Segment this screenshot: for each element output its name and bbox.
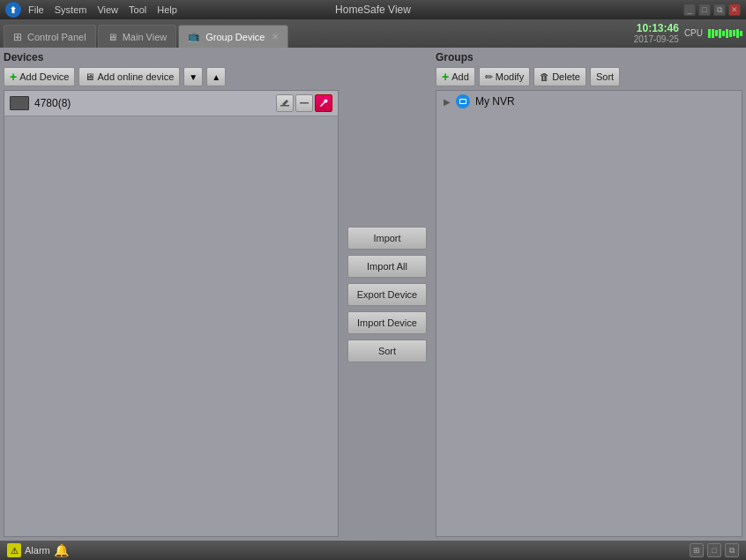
modify-group-button[interactable]: ✏ Modify (479, 67, 530, 86)
tab-list: ⊞ Control Panel 🖥 Main View 📺 Group Devi… (4, 25, 288, 48)
cpu-label: CPU (684, 28, 703, 38)
maximize-button[interactable]: □ (698, 4, 711, 16)
cpu-bar-3 (715, 30, 718, 36)
config-device-button[interactable] (315, 94, 332, 112)
control-panel-icon: ⊞ (13, 31, 22, 43)
group-device-icon: 📺 (188, 31, 200, 42)
menu-tool[interactable]: Tool (129, 4, 146, 15)
delete-group-button[interactable]: 🗑 Delete (533, 67, 586, 86)
devices-section-title: Devices (4, 51, 339, 63)
middle-buttons: Import Import All Export Device Import D… (342, 51, 432, 537)
add-group-label: Add (451, 71, 469, 82)
alarm-icon: ⚠ (7, 543, 21, 557)
minimize-button[interactable]: _ (683, 4, 696, 16)
group-expand-icon[interactable]: ▶ (444, 97, 451, 107)
import-device-button[interactable]: Import Device (347, 311, 427, 334)
down-arrow-icon: ▼ (189, 72, 198, 82)
tab-group-label: Group Device (205, 32, 265, 42)
cpu-bar-8 (733, 30, 735, 36)
monitor-icon: 🖥 (85, 71, 94, 82)
alarm-indicator: 🔔 (54, 543, 69, 557)
restore-button[interactable]: ⧉ (713, 4, 726, 16)
app-logo (5, 2, 21, 18)
add-group-plus-icon: + (442, 70, 449, 84)
time-display: 10:13:46 (634, 22, 679, 34)
tab-main-view[interactable]: 🖥 Main View (98, 25, 177, 48)
svg-rect-2 (300, 102, 309, 104)
edit-device-button[interactable] (276, 94, 294, 112)
cpu-bar-2 (712, 29, 714, 38)
import-all-button[interactable]: Import All (347, 255, 427, 278)
bottom-buttons: ⊞ □ ⧉ (690, 543, 739, 557)
delete-device-button[interactable] (295, 94, 313, 112)
app-title: HomeSafe View (335, 4, 411, 16)
tab-group-device[interactable]: 📺 Group Device ✕ (178, 25, 288, 48)
main-content: Devices + Add Device 🖥 Add online device… (0, 48, 746, 541)
groups-toolbar: + Add ✏ Modify 🗑 Delete Sort (436, 67, 742, 86)
sort-middle-button[interactable]: Sort (347, 340, 427, 362)
add-device-button[interactable]: + Add Device (4, 67, 75, 86)
bottom-bar: ⚠ Alarm 🔔 ⊞ □ ⧉ (0, 541, 746, 560)
cpu-meter (708, 29, 742, 38)
add-online-device-button[interactable]: 🖥 Add online device (78, 67, 180, 86)
add-group-button[interactable]: + Add (436, 67, 475, 86)
tab-main-label: Main View (123, 32, 168, 42)
add-online-label: Add online device (97, 71, 174, 82)
svg-rect-5 (460, 100, 466, 103)
svg-rect-1 (280, 105, 289, 107)
main-view-icon: 🖥 (108, 32, 117, 42)
expand-button[interactable]: ▲ (206, 67, 226, 86)
bottom-btn-3[interactable]: ⧉ (725, 543, 739, 557)
nvr-icon (459, 97, 467, 106)
close-button[interactable]: ✕ (728, 4, 741, 16)
devices-panel: Devices + Add Device 🖥 Add online device… (4, 51, 339, 537)
alarm-label: Alarm (25, 545, 50, 556)
menu-file[interactable]: File (28, 4, 44, 15)
group-icon (456, 94, 470, 108)
menu-system[interactable]: System (55, 4, 87, 15)
sort-groups-button[interactable]: Sort (590, 67, 620, 86)
modify-label: Modify (496, 71, 524, 82)
device-icon (10, 96, 29, 110)
title-bar: File System View Tool Help HomeSafe View… (0, 0, 746, 19)
datetime-display: 10:13:46 2017-09-25 CPU (634, 22, 742, 48)
groups-section-title: Groups (436, 51, 742, 63)
tab-bar: ⊞ Control Panel 🖥 Main View 📺 Group Devi… (0, 19, 746, 48)
group-item: ▶ My NVR (436, 91, 742, 112)
collapse-button[interactable]: ▼ (183, 67, 203, 86)
tab-close-icon[interactable]: ✕ (272, 32, 279, 41)
bottom-btn-1[interactable]: ⊞ (690, 543, 704, 557)
svg-point-3 (325, 100, 328, 103)
cpu-bar-5 (722, 31, 725, 36)
cpu-bar-4 (719, 29, 721, 38)
tab-control-panel[interactable]: ⊞ Control Panel (4, 25, 96, 48)
cpu-bar-1 (708, 29, 711, 38)
devices-toolbar: + Add Device 🖥 Add online device ▼ ▲ (4, 67, 339, 86)
device-actions (276, 94, 332, 112)
groups-panel: Groups + Add ✏ Modify 🗑 Delete Sort ▶ (436, 51, 742, 537)
devices-list: 4780(8) (4, 90, 339, 537)
tab-control-label: Control Panel (27, 32, 86, 42)
import-button[interactable]: Import (347, 227, 427, 250)
delete-label: Delete (552, 71, 580, 82)
export-device-button[interactable]: Export Device (347, 283, 427, 306)
group-name: My NVR (475, 95, 515, 108)
cpu-bar-7 (729, 30, 732, 37)
edit-icon (280, 98, 290, 108)
alarm-section: ⚠ Alarm 🔔 (7, 543, 69, 557)
menu-view[interactable]: View (97, 4, 118, 15)
up-arrow-icon: ▲ (212, 72, 220, 82)
add-device-plus-icon: + (10, 70, 17, 84)
delete-group-icon: 🗑 (540, 71, 549, 82)
sort-label: Sort (596, 71, 614, 82)
device-name: 4780(8) (34, 97, 271, 109)
add-device-label: Add Device (19, 71, 69, 82)
cpu-bar-9 (736, 29, 739, 38)
delete-icon (299, 98, 310, 108)
modify-icon: ✏ (485, 71, 493, 83)
wrench-icon (318, 98, 329, 108)
groups-list: ▶ My NVR (436, 90, 742, 537)
bottom-btn-2[interactable]: □ (707, 543, 721, 557)
menu-help[interactable]: Help (157, 4, 177, 15)
cpu-bar-6 (726, 29, 728, 38)
